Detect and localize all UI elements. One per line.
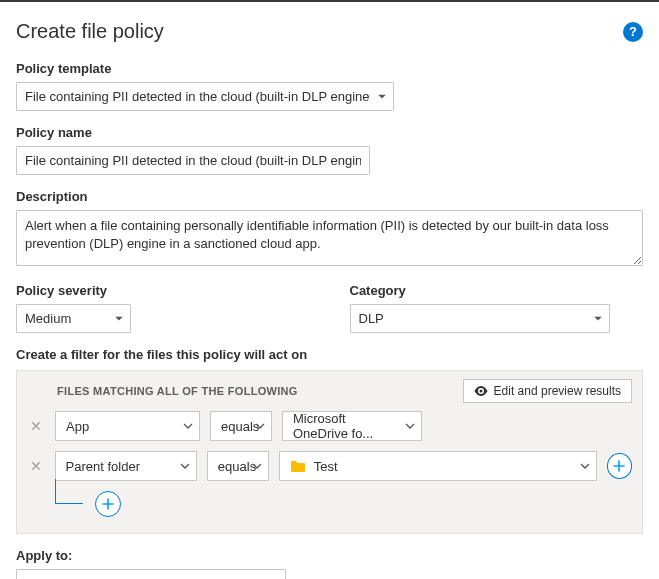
page-title: Create file policy xyxy=(16,20,164,43)
filter-block: FILES MATCHING ALL OF THE FOLLOWING Edit… xyxy=(16,370,643,534)
filter-operator-select[interactable]: equals xyxy=(207,451,269,481)
category-label: Category xyxy=(350,283,644,298)
folder-icon xyxy=(290,460,306,473)
filter-field-select[interactable]: App xyxy=(55,411,200,441)
help-icon[interactable]: ? xyxy=(623,22,643,42)
add-filter-button[interactable] xyxy=(95,491,121,517)
filter-operator-select[interactable]: equals xyxy=(210,411,272,441)
filter-row: ✕ Parent folder equals xyxy=(27,451,632,481)
filter-value-text: Microsoft OneDrive fo... xyxy=(293,411,395,441)
filter-row: ✕ App equals Microsoft OneDrive fo... xyxy=(27,411,632,441)
remove-filter-icon[interactable]: ✕ xyxy=(27,419,45,433)
add-value-button[interactable] xyxy=(607,453,632,479)
apply-to-files-label: Apply to: xyxy=(16,548,643,563)
policy-template-select[interactable]: File containing PII detected in the clou… xyxy=(16,82,394,111)
filter-value-select[interactable]: Test xyxy=(279,451,597,481)
chevron-down-icon xyxy=(405,423,415,429)
remove-filter-icon[interactable]: ✕ xyxy=(27,459,45,473)
description-textarea[interactable]: Alert when a file containing personally … xyxy=(16,210,643,266)
filter-value-text: Test xyxy=(314,459,338,474)
description-label: Description xyxy=(16,189,643,204)
edit-preview-button[interactable]: Edit and preview results xyxy=(463,379,632,403)
policy-name-label: Policy name xyxy=(16,125,643,140)
policy-name-input[interactable] xyxy=(16,146,370,175)
filter-section-title: Create a filter for the files this polic… xyxy=(16,347,643,362)
chevron-down-icon xyxy=(252,463,262,469)
chevron-down-icon xyxy=(255,423,265,429)
eye-icon xyxy=(474,386,488,396)
filter-operator-value: equals xyxy=(221,419,259,434)
apply-to-files-select[interactable]: all files xyxy=(16,569,286,579)
severity-label: Policy severity xyxy=(16,283,310,298)
edit-preview-label: Edit and preview results xyxy=(494,384,621,398)
filter-matching-label: FILES MATCHING ALL OF THE FOLLOWING xyxy=(57,385,298,397)
filter-field-select[interactable]: Parent folder xyxy=(55,451,197,481)
filter-field-value: Parent folder xyxy=(66,459,140,474)
filter-value-select[interactable]: Microsoft OneDrive fo... xyxy=(282,411,422,441)
filter-field-value: App xyxy=(66,419,89,434)
chevron-down-icon xyxy=(183,423,193,429)
filter-operator-value: equals xyxy=(218,459,256,474)
chevron-down-icon xyxy=(580,463,590,469)
policy-template-label: Policy template xyxy=(16,61,643,76)
chevron-down-icon xyxy=(180,463,190,469)
severity-select[interactable]: Medium xyxy=(16,304,131,333)
category-select[interactable]: DLP xyxy=(350,304,610,333)
